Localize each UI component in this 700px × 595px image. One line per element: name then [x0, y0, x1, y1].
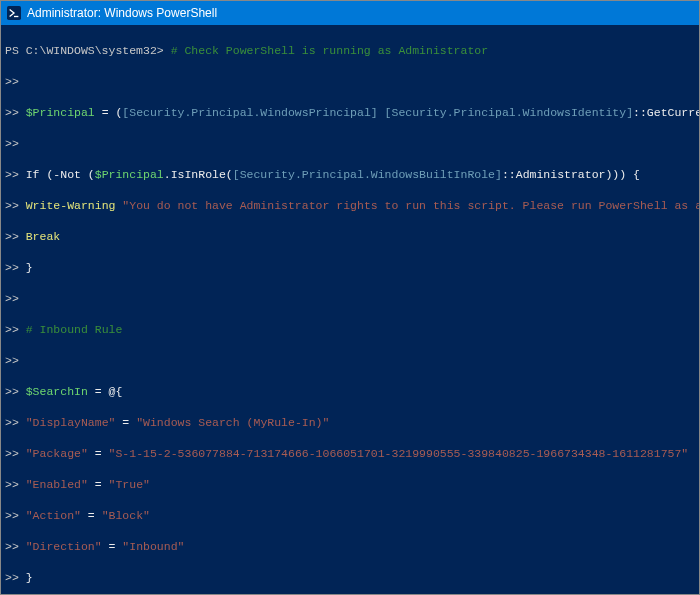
- code-line: >> $Principal = ([Security.Principal.Win…: [5, 105, 695, 121]
- string: "You do not have Administrator rights to…: [122, 199, 699, 212]
- continuation-prompt: >>: [5, 75, 19, 88]
- code-line: >> If (-Not ($Principal.IsInRole([Securi…: [5, 167, 695, 183]
- comment: # Inbound Rule: [26, 323, 123, 336]
- code-line: >>: [5, 74, 695, 90]
- powershell-icon: [7, 6, 21, 20]
- code-line: >>: [5, 291, 695, 307]
- code-line: >> Break: [5, 229, 695, 245]
- code-line: >> # Inbound Rule: [5, 322, 695, 338]
- variable: $Principal: [26, 106, 95, 119]
- keyword: Break: [26, 230, 61, 243]
- code-line: >> "Action" = "Block": [5, 508, 695, 524]
- type-literal: [Security.Principal.WindowsPrincipal]: [122, 106, 377, 119]
- code-line: >> $SearchIn = @{: [5, 384, 695, 400]
- code-line: >> }: [5, 260, 695, 276]
- code-line: >> }: [5, 570, 695, 586]
- code-line: >>: [5, 136, 695, 152]
- code-line: >> Write-Warning "You do not have Admini…: [5, 198, 695, 214]
- code-line: >> "Package" = "S-1-15-2-536077884-71317…: [5, 446, 695, 462]
- code-line: >> "DisplayName" = "Windows Search (MyRu…: [5, 415, 695, 431]
- comment: # Check PowerShell is running as Adminis…: [171, 44, 488, 57]
- window-title: Administrator: Windows PowerShell: [27, 5, 217, 21]
- code-line: PS C:\WINDOWS\system32> # Check PowerShe…: [5, 43, 695, 59]
- prompt: PS C:\WINDOWS\system32>: [5, 44, 164, 57]
- powershell-window: Administrator: Windows PowerShell PS C:\…: [0, 0, 700, 595]
- cmdlet: Write-Warning: [26, 199, 116, 212]
- type-literal: [Security.Principal.WindowsIdentity]: [385, 106, 633, 119]
- code-line: >> "Enabled" = "True": [5, 477, 695, 493]
- code-line: >>: [5, 353, 695, 369]
- titlebar[interactable]: Administrator: Windows PowerShell: [1, 1, 699, 25]
- code-line: >> "Direction" = "Inbound": [5, 539, 695, 555]
- terminal-area[interactable]: PS C:\WINDOWS\system32> # Check PowerShe…: [1, 25, 699, 594]
